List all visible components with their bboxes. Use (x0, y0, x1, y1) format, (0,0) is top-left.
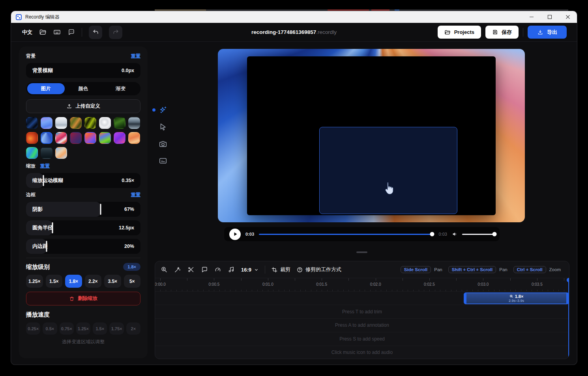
slider-value: 20% (124, 244, 134, 249)
captions-tool-button[interactable] (159, 156, 167, 165)
speed-option[interactable]: 1.5× (93, 322, 107, 335)
background-thumbnail-sunset-waves[interactable] (84, 132, 96, 144)
close-button[interactable] (559, 11, 577, 23)
background-thumbnail-purple-blue-stream[interactable] (41, 117, 52, 129)
download-icon (537, 29, 543, 35)
progress-handle[interactable] (430, 232, 434, 236)
background-thumbnail-autumn-forest[interactable] (70, 117, 82, 129)
open-file-button[interactable] (39, 28, 47, 36)
magic-wand-button[interactable] (174, 266, 181, 273)
speed-option[interactable]: 0.75× (60, 322, 74, 335)
background-thumbnail-teal-rays[interactable] (26, 147, 38, 159)
ruler-label: 0:03.5 (532, 282, 543, 287)
trim-help-label: 修剪的工作方式 (305, 266, 341, 273)
scroll-shortcuts: Side ScrollPanShift + Ctrl + ScrollPanCt… (401, 266, 564, 273)
feedback-button[interactable] (67, 28, 75, 36)
trim-help-button[interactable]: 修剪的工作方式 (297, 266, 341, 273)
undo-button[interactable] (89, 26, 102, 39)
background-thumbnail-violet-flare[interactable] (114, 132, 125, 144)
zoom-highlight-region[interactable] (319, 127, 457, 214)
slider-handle[interactable] (100, 204, 101, 214)
zoom-level-option[interactable]: 5× (124, 275, 141, 288)
zoom-level-option[interactable]: 3.5× (104, 275, 121, 288)
progress-bar[interactable] (259, 234, 434, 235)
padding-slider[interactable]: 内边距 20% (26, 239, 140, 254)
timeline-track[interactable]: Click music icon to add audio (155, 346, 569, 359)
zoom-level-option[interactable]: 2.2× (85, 275, 102, 288)
camera-tool-button[interactable] (159, 140, 167, 148)
music-button[interactable] (228, 266, 235, 273)
timeline-zoom-button[interactable] (161, 266, 168, 273)
speed-option[interactable]: 1.75× (109, 322, 124, 335)
background-blur-slider[interactable]: 背景模糊 0.0px (26, 63, 140, 78)
zoom-reset-link[interactable]: 重置 (40, 163, 50, 169)
background-tab-image[interactable]: 图片 (27, 83, 65, 94)
effects-tool-button[interactable] (159, 106, 167, 114)
annotation-button[interactable] (201, 266, 208, 273)
upload-custom-button[interactable]: 上传自定义 (26, 99, 140, 113)
volume-slider[interactable] (462, 234, 494, 235)
background-thumbnail-big-sur-wave[interactable] (55, 132, 67, 144)
speed-button[interactable] (214, 266, 221, 273)
motion-blur-slider[interactable]: 缩放运动模糊 0.35× (26, 173, 140, 188)
background-thumbnail-white-ripple[interactable] (99, 117, 111, 129)
border-reset-link[interactable]: 重置 (131, 192, 140, 198)
timeline-track[interactable]: Press A to add annotation (155, 319, 569, 332)
background-thumbnail-aurora-meadow[interactable] (99, 132, 111, 144)
ruler-minor-tick (327, 290, 328, 291)
background-thumbnail-dark-blue-abstract[interactable] (26, 117, 38, 129)
cursor-tool-button[interactable] (159, 123, 167, 131)
save-icon (492, 29, 498, 35)
panel-resize-handle[interactable] (356, 251, 367, 253)
background-thumbnail-night-ridge[interactable] (41, 147, 52, 159)
crop-button[interactable]: 裁剪 (272, 266, 290, 273)
volume-handle[interactable] (492, 232, 497, 236)
save-button[interactable]: 保存 (485, 26, 519, 39)
delete-zoom-button[interactable]: 删除缩放 (26, 292, 140, 305)
playhead-cap[interactable] (567, 278, 570, 282)
background-thumbnail-dusk-gradient[interactable] (70, 132, 82, 144)
minimize-button[interactable] (522, 11, 541, 23)
background-thumbnail-lime-abstract[interactable] (84, 117, 96, 129)
preview-canvas[interactable] (218, 49, 525, 222)
zoom-level-option[interactable]: 1.8× (65, 275, 82, 288)
playhead[interactable] (568, 278, 569, 359)
keyboard-shortcuts-button[interactable] (53, 28, 61, 36)
timeline-track[interactable]: Press T to add trim (155, 305, 569, 318)
background-thumbnail-orange-bloom[interactable] (26, 132, 38, 144)
maximize-button[interactable] (541, 11, 559, 23)
play-button[interactable] (229, 229, 241, 240)
background-reset-link[interactable]: 重置 (131, 53, 140, 60)
background-title: 背景 (26, 53, 36, 60)
zoom-level-option[interactable]: 1.25× (26, 275, 43, 288)
background-thumbnail-peach-rays[interactable] (128, 132, 140, 144)
aspect-ratio-dropdown[interactable]: 16:9 (241, 267, 258, 273)
speed-option[interactable]: 0.25× (26, 322, 40, 335)
zoom-clip[interactable]: 1.8× 2.9s–3.9s (464, 292, 569, 304)
speed-option[interactable]: 2× (126, 322, 140, 335)
shadow-slider[interactable]: 阴影 67% (26, 202, 140, 217)
redo-button[interactable] (109, 26, 122, 39)
background-thumbnail-green-foliage[interactable] (114, 117, 125, 129)
corner-radius-slider[interactable]: 圆角半径 12.5px (26, 220, 140, 235)
background-tab-color[interactable]: 颜色 (65, 83, 102, 94)
cut-button[interactable] (187, 266, 195, 273)
zoom-clip-left-handle[interactable] (464, 292, 466, 304)
background-thumbnail-sequoia-light[interactable] (41, 132, 52, 144)
volume-icon[interactable] (452, 231, 458, 237)
language-button[interactable]: 中文 (22, 29, 32, 36)
background-thumbnail-snowy-peak[interactable] (55, 117, 67, 129)
ruler-minor-tick (440, 290, 440, 291)
timeline-ruler[interactable]: 0:00.00:00.50:01.00:01.50:02.00:02.50:03… (155, 278, 569, 292)
speed-option[interactable]: 1.25× (76, 322, 90, 335)
feedback-icon (67, 28, 75, 36)
speed-option[interactable]: 0.5× (43, 322, 57, 335)
background-thumbnail-mountain-lake[interactable] (128, 117, 140, 129)
background-thumbnail-pastel-clouds[interactable] (55, 147, 67, 159)
ruler-minor-tick (424, 290, 424, 291)
zoom-level-option[interactable]: 1.5× (46, 275, 63, 288)
export-button[interactable]: 导出 (528, 26, 567, 39)
timeline-track[interactable]: Press S to add speed (155, 332, 569, 346)
projects-button[interactable]: Projects (438, 26, 481, 39)
background-tab-gradient[interactable]: 渐变 (102, 83, 139, 94)
